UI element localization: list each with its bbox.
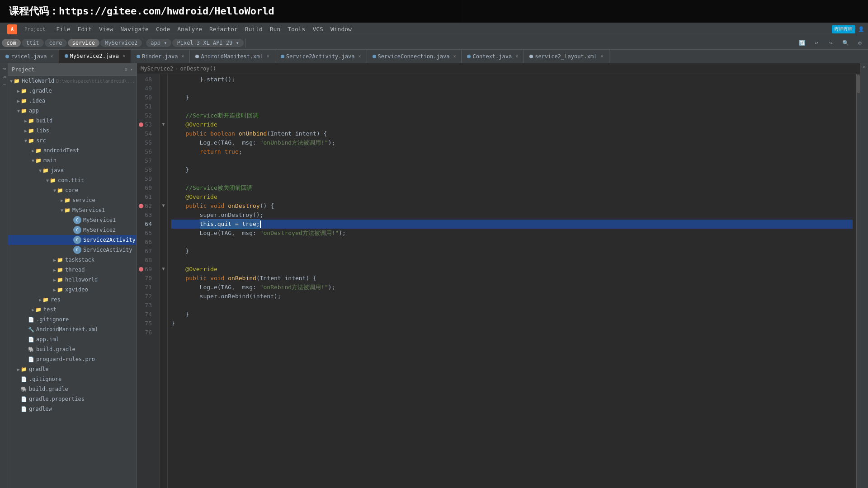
project-header-actions[interactable]: ⚙ ▾ <box>125 67 133 72</box>
toolbar-tab-core[interactable]: core <box>45 39 67 47</box>
menu-navigate[interactable]: Navigate <box>117 24 152 34</box>
tree-item-res[interactable]: ▶ 📁 res <box>8 295 137 305</box>
tree-item-service[interactable]: ▼ 📁 MyService1 <box>8 205 137 215</box>
fold-arrow-67[interactable]: ▼ <box>160 264 167 273</box>
tab-close-icon[interactable]: × <box>515 54 518 59</box>
tree-item-xgvideo[interactable]: ▶ 📁 xgvideo <box>8 285 137 295</box>
tree-item-label: gradle <box>29 366 48 372</box>
tab-binder[interactable]: Binder.java × <box>131 50 190 63</box>
menu-build[interactable]: Build <box>241 24 266 34</box>
tree-item-buildgradle-app[interactable]: ▶ 🐘 build.gradle <box>8 344 137 354</box>
code-lines-area[interactable]: }.start(); } //Service断开连接时回调 @Override … <box>168 74 856 488</box>
file-icon: 📄 <box>28 317 34 323</box>
breadcrumb-myservice2[interactable]: MyService2 <box>141 66 173 72</box>
tree-item-myservice1[interactable]: ▶ C MyService1 <box>8 215 137 225</box>
tab-close-icon[interactable]: × <box>267 54 269 59</box>
tree-item-gradle-root[interactable]: ▶ 📁 gradle <box>8 364 137 374</box>
tab-close-icon[interactable]: × <box>358 54 361 59</box>
tree-item-gradlew[interactable]: ▶ 📄 gradlew <box>8 404 137 414</box>
menu-tools[interactable]: Tools <box>284 24 309 34</box>
breadcrumb-ondestroy[interactable]: onDestroy() <box>180 66 216 72</box>
tab-close-icon[interactable]: × <box>453 54 456 59</box>
folder-icon: 📁 <box>50 178 56 183</box>
menu-edit[interactable]: Edit <box>74 24 95 34</box>
redo-btn[interactable]: ↪ <box>825 38 837 48</box>
tree-item-test[interactable]: ▶ 📁 test <box>8 305 137 314</box>
tree-item-myservice2[interactable]: ▶ C MyService2 <box>8 225 137 235</box>
git-toolbar-btn[interactable]: 🔃 <box>796 38 808 48</box>
tree-item-taskstack[interactable]: ▶ 📁 taskstack <box>8 255 137 265</box>
file-icon: 📄 <box>21 396 27 402</box>
undo-btn[interactable]: ↩ <box>810 38 823 48</box>
tree-item-manifest[interactable]: ▶ 🔧 AndroidManifest.xml <box>8 324 137 334</box>
tree-item-appiml[interactable]: ▶ 📄 app.iml <box>8 334 137 344</box>
settings-btn[interactable]: ⚙ <box>854 38 866 48</box>
fold-arrow-62[interactable]: ▼ <box>160 201 167 210</box>
tree-item-gradleprops[interactable]: ▶ 📄 gradle.properties <box>8 394 137 404</box>
toolbar-tab-service[interactable]: service <box>68 39 100 47</box>
tree-item-java[interactable]: ▼ 📁 java <box>8 165 137 175</box>
fold-23 <box>160 300 167 309</box>
menu-code[interactable]: Code <box>152 24 174 34</box>
tree-item-thread[interactable]: ▶ 📁 thread <box>8 265 137 275</box>
tree-item-serviceactivity[interactable]: ▶ C ServiceActivity <box>8 245 137 255</box>
tree-item-service2activity[interactable]: ▶ C Service2Activity <box>8 235 137 245</box>
menu-view[interactable]: View <box>95 24 117 34</box>
tab-rvice1[interactable]: rvice1.java × <box>0 50 59 63</box>
menu-vcs[interactable]: VCS <box>309 24 326 34</box>
toolbar-tab-app[interactable]: app ▾ <box>146 39 171 47</box>
search-btn[interactable]: 🔍 <box>839 38 852 48</box>
tab-service2activity[interactable]: Service2Activity.java × <box>275 50 367 63</box>
toolbar-tab-com[interactable]: com <box>2 39 21 47</box>
tree-item-idea[interactable]: ▶ 📁 .idea <box>8 96 137 106</box>
tab-close-icon[interactable]: × <box>50 54 53 59</box>
tree-item-gitignore-app[interactable]: ▶ 📄 .gitignore <box>8 314 137 324</box>
tree-item-app[interactable]: ▼ 📁 app <box>8 106 137 116</box>
left-icon-1[interactable]: P <box>0 65 8 72</box>
toolbar-tab-device[interactable]: Pixel 3 XL API 29 ▾ <box>172 39 243 47</box>
tree-item-helloworld-sub[interactable]: ▶ 📁 helloworld <box>8 275 137 285</box>
tree-item-main[interactable]: ▼ 📁 main <box>8 155 137 165</box>
tree-item-gitignore-root[interactable]: ▶ 📄 .gitignore <box>8 374 137 384</box>
toolbar-tab-ttit[interactable]: ttit <box>22 39 44 47</box>
menu-file[interactable]: File <box>52 24 74 34</box>
tree-item-helloworld[interactable]: ▼ 📁 HelloWorld D:\workspace\ttit\android… <box>8 76 137 86</box>
toolbar-tab-myservice2[interactable]: MyService2 <box>100 39 142 47</box>
tab-close-icon[interactable]: × <box>601 54 604 59</box>
tree-item-androidtest[interactable]: ▶ 📁 androidTest <box>8 145 137 155</box>
tab-manifest[interactable]: AndroidManifest.xml × <box>190 50 275 63</box>
tree-item-gradle[interactable]: ▶ 📁 .gradle <box>8 86 137 96</box>
fold-15 <box>160 219 167 228</box>
tree-item-label: java <box>51 167 64 174</box>
menu-run[interactable]: Run <box>266 24 284 34</box>
tree-item-comttit[interactable]: ▼ 📁 com.ttit <box>8 175 137 185</box>
code-content: 48 49 50 51 52 53 54 55 56 57 58 59 60 6… <box>137 74 860 488</box>
menu-window[interactable]: Window <box>327 24 355 34</box>
tab-indicator <box>65 54 68 58</box>
tree-item-activity[interactable]: ▶ 📁 service <box>8 195 137 205</box>
tree-item-core[interactable]: ▼ 📁 core <box>8 185 137 195</box>
tab-close-icon[interactable]: × <box>181 54 184 59</box>
tree-item-buildgradle-root[interactable]: ▶ 🐘 build.gradle <box>8 384 137 394</box>
menu-bar: A Project File Edit View Navigate Code A… <box>0 23 868 36</box>
tree-item-label: src <box>36 137 46 144</box>
left-icon-3[interactable]: L <box>0 81 8 89</box>
fold-arrow-53[interactable]: ▼ <box>160 119 167 128</box>
tab-myservice2[interactable]: MyService2.java × <box>59 50 131 63</box>
tab-service2layout[interactable]: service2_layout.xml × <box>524 50 609 63</box>
code-line-76 <box>171 328 853 337</box>
tree-item-src[interactable]: ▼ 📁 src <box>8 136 137 145</box>
tab-close-icon[interactable]: × <box>123 53 125 58</box>
menu-analyze[interactable]: Analyze <box>174 24 206 34</box>
scrollbar-thumb[interactable] <box>857 75 860 93</box>
tree-item-libs[interactable]: ▶ 📁 libs <box>8 126 137 136</box>
tab-serviceconn[interactable]: ServiceConnection.java × <box>367 50 462 63</box>
tree-item-proguard[interactable]: ▶ 📄 proguard-rules.pro <box>8 354 137 364</box>
left-icon-2[interactable]: S <box>0 73 8 80</box>
menu-refactor[interactable]: Refactor <box>206 24 241 34</box>
tab-context[interactable]: Context.java × <box>462 50 524 63</box>
code-token: ); <box>328 283 335 292</box>
tree-item-build[interactable]: ▶ 📁 build <box>8 116 137 126</box>
right-panel-icon-1[interactable]: ⚙ <box>862 65 866 69</box>
editor-scrollbar[interactable] <box>856 74 860 488</box>
